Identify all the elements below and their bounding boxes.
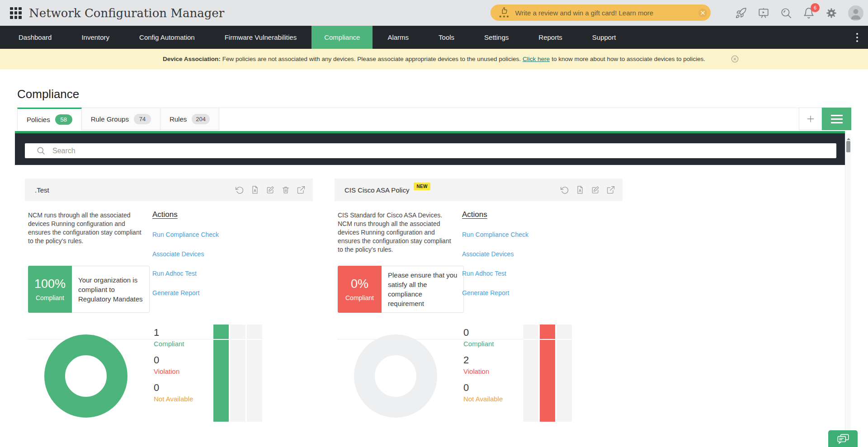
run-adhoc-test-link[interactable]: Run Adhoc Test (152, 269, 270, 278)
banner-close-icon[interactable] (698, 9, 707, 17)
policy-toolbar (235, 185, 306, 194)
device-association-notice: Device Association: Few policies are not… (0, 49, 868, 69)
compliance-percent-tile: 0% Compliant (338, 266, 382, 313)
pdf-export-icon[interactable] (250, 185, 259, 194)
associate-devices-link[interactable]: Associate Devices (152, 250, 270, 258)
bar-not-available (557, 325, 572, 422)
edit-icon[interactable] (266, 185, 275, 194)
compliance-donut-chart (354, 334, 437, 418)
search-field[interactable] (25, 143, 836, 158)
notice-suffix: to know more about how to associate devi… (552, 56, 705, 62)
notifications-bell[interactable]: 6 (803, 7, 815, 19)
associate-devices-link[interactable]: Associate Devices (462, 250, 580, 258)
nav-item-support[interactable]: Support (577, 26, 631, 49)
actions-heading: Actions (462, 210, 580, 219)
compliance-bar-chart (213, 325, 262, 422)
compliance-percent-tile: 100% Compliant (28, 266, 72, 313)
settings-gear-icon[interactable] (826, 7, 837, 19)
legend-compliant: 0 Compliant (463, 327, 503, 348)
search-icon[interactable] (780, 7, 792, 19)
bar-compliant (523, 325, 538, 422)
edit-icon[interactable] (591, 185, 600, 194)
chart-legend: 0 Compliant 2 Violation 0 Not Available (463, 327, 503, 409)
top-bar: Network Configuration Manager ★★★ Write … (0, 0, 868, 26)
whats-new-rocket-icon[interactable] (735, 7, 747, 19)
delete-trash-icon[interactable] (281, 185, 290, 194)
external-link-icon[interactable] (606, 185, 615, 194)
legend-violation: 0 Violation (154, 354, 193, 376)
legend-compliant-label: Compliant (154, 339, 193, 348)
tab-rules[interactable]: Rules 204 (160, 108, 219, 130)
legend-not-available-label: Not Available (463, 395, 503, 403)
scrollbar-up-arrow[interactable] (847, 136, 850, 140)
search-input[interactable] (52, 146, 836, 155)
plus-icon (806, 114, 815, 123)
nav-item-alarms[interactable]: Alarms (373, 26, 424, 49)
nav-item-compliance[interactable]: Compliance (311, 26, 373, 49)
nav-item-firmware-vulnerabilities[interactable]: Firmware Vulnerabilities (210, 26, 312, 49)
user-avatar[interactable] (848, 5, 863, 21)
actions-heading: Actions (152, 210, 270, 219)
bar-compliant (213, 325, 229, 422)
legend-violation-value: 0 (154, 354, 193, 366)
nav-item-tools[interactable]: Tools (424, 26, 469, 49)
feedback-chat-button[interactable] (828, 430, 858, 447)
pdf-export-icon[interactable] (576, 185, 585, 194)
legend-not-available-value: 0 (154, 382, 193, 394)
nav-item-reports[interactable]: Reports (524, 26, 577, 49)
history-icon[interactable] (560, 185, 569, 194)
tab-policies-count-badge: 58 (55, 114, 72, 125)
compliance-message: Your organization is compliant to Regula… (72, 266, 150, 313)
generate-report-link[interactable]: Generate Report (462, 289, 580, 297)
external-link-icon[interactable] (297, 185, 306, 194)
nav-item-config-automation[interactable]: Config Automation (124, 26, 210, 49)
nav-overflow-kebab-icon[interactable] (854, 26, 861, 49)
compliance-summary-box: 100% Compliant Your organization is comp… (28, 266, 150, 313)
legend-compliant-value: 0 (463, 327, 503, 339)
generate-report-link[interactable]: Generate Report (152, 289, 270, 297)
tab-rules-count-badge: 204 (192, 114, 210, 124)
policy-description: NCM runs through all the associated devi… (28, 211, 165, 245)
tab-rule-groups[interactable]: Rule Groups 74 (82, 108, 160, 130)
search-input-icon (37, 146, 45, 155)
nav-item-inventory[interactable]: Inventory (66, 26, 124, 49)
notice-close-icon[interactable] (731, 55, 739, 63)
vertical-scrollbar[interactable] (845, 134, 851, 447)
list-view-toggle-button[interactable] (822, 108, 851, 130)
run-compliance-check-link[interactable]: Run Compliance Check (462, 231, 580, 239)
notice-text: Few policies are not associated with any… (222, 56, 521, 62)
compliance-percent: 0% (351, 277, 368, 291)
compliance-percent-label: Compliant (345, 294, 374, 301)
history-icon[interactable] (235, 185, 244, 194)
compliance-percent-label: Compliant (36, 294, 64, 301)
bar-not-available (247, 325, 262, 422)
app-grid-icon[interactable] (10, 7, 22, 19)
legend-violation: 2 Violation (463, 354, 503, 376)
notice-label: Device Association: (163, 56, 221, 62)
policy-card-header: CIS Cisco ASA Policy NEW (335, 179, 623, 201)
legend-not-available: 0 Not Available (154, 382, 193, 403)
bar-violation (230, 325, 245, 422)
policy-title: .Test (35, 186, 49, 194)
app-title: Network Configuration Manager (29, 6, 224, 20)
legend-not-available: 0 Not Available (463, 382, 503, 403)
legend-violation-label: Violation (154, 367, 193, 376)
demo-presentation-icon[interactable] (758, 7, 769, 19)
screen: Network Configuration Manager ★★★ Write … (0, 0, 868, 447)
actions-panel: Actions Run Compliance Check Associate D… (462, 210, 580, 297)
nav-item-settings[interactable]: Settings (469, 26, 524, 49)
new-badge: NEW (414, 183, 430, 190)
notice-click-here-link[interactable]: Click here (523, 56, 550, 62)
review-banner[interactable]: ★★★ Write a review and win a gift card! … (491, 5, 711, 21)
policy-card-cis-cisco-asa: CIS Cisco ASA Policy NEW CIS Standard fo… (335, 179, 623, 425)
policy-card-header: .Test (25, 179, 313, 201)
tab-policies[interactable]: Policies 58 (17, 108, 82, 130)
notification-count-badge: 6 (811, 3, 820, 12)
nav-item-dashboard[interactable]: Dashboard (4, 26, 66, 49)
banner-text: Write a review and win a gift card! Lear… (515, 9, 654, 17)
tab-rule-groups-label: Rule Groups (91, 115, 129, 123)
run-compliance-check-link[interactable]: Run Compliance Check (152, 231, 270, 239)
add-policy-button[interactable] (799, 108, 822, 130)
scrollbar-thumb[interactable] (846, 141, 850, 152)
run-adhoc-test-link[interactable]: Run Adhoc Test (462, 269, 580, 278)
